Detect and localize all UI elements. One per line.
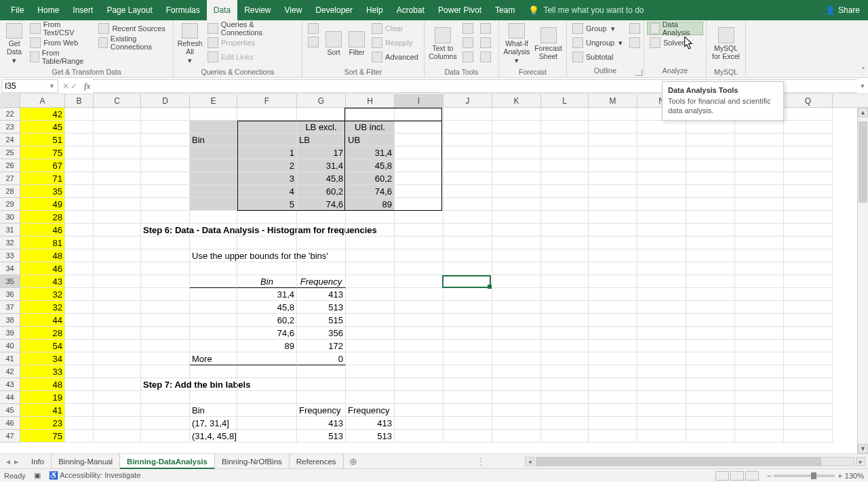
- cell[interactable]: 60,2: [297, 185, 346, 198]
- cell[interactable]: (17, 31,4]: [190, 417, 237, 430]
- tab-view[interactable]: View: [278, 0, 309, 20]
- cell[interactable]: [637, 211, 686, 224]
- cell[interactable]: [735, 404, 784, 417]
- cell[interactable]: 3: [237, 172, 297, 185]
- cell[interactable]: [735, 275, 784, 288]
- cell[interactable]: [686, 185, 735, 198]
- refresh-all-button[interactable]: Refresh All▾: [176, 22, 203, 66]
- cell[interactable]: [395, 391, 443, 404]
- cell[interactable]: [735, 172, 784, 185]
- col-header[interactable]: A: [20, 94, 65, 107]
- page-break-view-icon[interactable]: [745, 471, 759, 481]
- cell[interactable]: [492, 172, 541, 185]
- row-header[interactable]: 27: [0, 172, 20, 185]
- cell[interactable]: [94, 365, 141, 378]
- horizontal-scrollbar[interactable]: [536, 457, 854, 466]
- add-sheet-button[interactable]: ⊕: [344, 456, 363, 467]
- cell[interactable]: [65, 404, 94, 417]
- cell[interactable]: [686, 314, 735, 327]
- cell[interactable]: [346, 211, 395, 224]
- cell[interactable]: [190, 301, 237, 314]
- cell[interactable]: LB excl.: [297, 121, 346, 134]
- cell[interactable]: [141, 352, 190, 365]
- sheet-tab[interactable]: Binning-NrOfBins: [215, 454, 290, 469]
- cell[interactable]: [190, 224, 237, 237]
- cell[interactable]: [541, 262, 589, 275]
- cell[interactable]: [94, 159, 141, 172]
- col-header[interactable]: M: [589, 94, 637, 107]
- cell[interactable]: [94, 146, 141, 159]
- cell[interactable]: [141, 134, 190, 146]
- cell[interactable]: [589, 301, 637, 314]
- cell[interactable]: [492, 352, 541, 365]
- cell[interactable]: 42: [20, 108, 65, 121]
- cell[interactable]: 45,8: [237, 301, 297, 314]
- data-analysis-button[interactable]: Data Analysis: [647, 22, 703, 35]
- cell[interactable]: [541, 378, 589, 391]
- cell[interactable]: 74,6: [346, 185, 395, 198]
- cell[interactable]: [637, 198, 686, 211]
- cell[interactable]: 33: [20, 365, 65, 378]
- cell[interactable]: [346, 365, 395, 378]
- cell[interactable]: [94, 108, 141, 121]
- cell[interactable]: [346, 391, 395, 404]
- cell[interactable]: [443, 237, 492, 249]
- cell[interactable]: [541, 301, 589, 314]
- cell[interactable]: [190, 262, 237, 275]
- cell[interactable]: [395, 327, 443, 340]
- row-header[interactable]: 34: [0, 262, 20, 275]
- advanced-button[interactable]: Advanced: [369, 50, 421, 64]
- cell[interactable]: 28: [20, 327, 65, 340]
- cell[interactable]: [492, 185, 541, 198]
- chevron-down-icon[interactable]: ▼: [49, 83, 55, 89]
- cell[interactable]: [686, 198, 735, 211]
- cell[interactable]: [94, 237, 141, 249]
- cell[interactable]: [94, 314, 141, 327]
- cell[interactable]: [65, 185, 94, 198]
- cell[interactable]: [141, 340, 190, 352]
- cell[interactable]: [784, 314, 833, 327]
- tab-power-pivot[interactable]: Power Pivot: [431, 0, 488, 20]
- row-header[interactable]: 38: [0, 314, 20, 327]
- cell[interactable]: 45: [20, 121, 65, 134]
- cell[interactable]: [395, 237, 443, 249]
- cell[interactable]: [443, 340, 492, 352]
- cell[interactable]: [541, 249, 589, 262]
- tab-insert[interactable]: Insert: [66, 0, 100, 20]
- cell[interactable]: [443, 404, 492, 417]
- cell[interactable]: [492, 198, 541, 211]
- cell[interactable]: [94, 198, 141, 211]
- cell[interactable]: (31,4, 45,8]: [190, 430, 237, 443]
- row-header[interactable]: 30: [0, 211, 20, 224]
- cell[interactable]: [735, 185, 784, 198]
- cell[interactable]: 2: [237, 159, 297, 172]
- cell[interactable]: [297, 237, 346, 249]
- sort-asc-button[interactable]: [305, 22, 321, 35]
- cell[interactable]: [589, 198, 637, 211]
- cell[interactable]: [541, 352, 589, 365]
- forecast-sheet-button[interactable]: Forecast Sheet: [533, 22, 564, 66]
- row-header[interactable]: 32: [0, 237, 20, 249]
- row-header[interactable]: 43: [0, 378, 20, 391]
- cell[interactable]: [346, 340, 395, 352]
- sort-button[interactable]: Sort: [323, 22, 344, 66]
- ungroup-button[interactable]: Ungroup▾: [570, 36, 625, 49]
- cell[interactable]: [637, 249, 686, 262]
- cell[interactable]: 513: [297, 430, 346, 443]
- sheet-tab[interactable]: Binning-DataAnalysis: [120, 454, 215, 469]
- cell[interactable]: [784, 185, 833, 198]
- row-header[interactable]: 25: [0, 146, 20, 159]
- cell[interactable]: 0: [297, 352, 346, 365]
- cell[interactable]: 28: [20, 211, 65, 224]
- cell[interactable]: [141, 211, 190, 224]
- cell[interactable]: [637, 172, 686, 185]
- cell[interactable]: Bin: [237, 275, 297, 288]
- cell[interactable]: 41: [20, 404, 65, 417]
- text-to-columns-button[interactable]: Text to Columns: [427, 22, 458, 66]
- cell[interactable]: [141, 146, 190, 159]
- cell[interactable]: [589, 404, 637, 417]
- col-header[interactable]: Q: [784, 94, 833, 107]
- cell[interactable]: [784, 417, 833, 430]
- cell[interactable]: [735, 314, 784, 327]
- cell[interactable]: [589, 430, 637, 443]
